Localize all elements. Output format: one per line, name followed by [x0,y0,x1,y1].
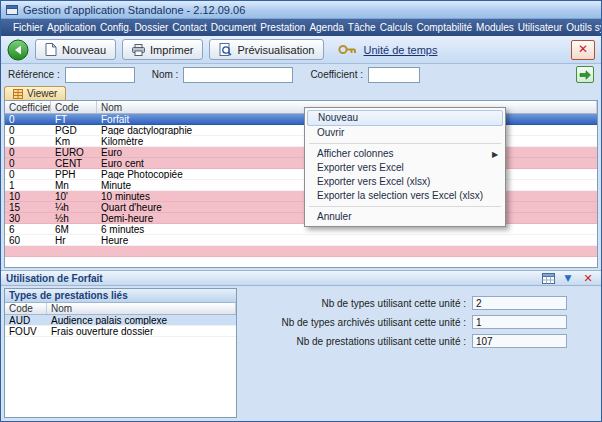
menu-item-modules[interactable]: Modules [474,21,516,34]
table-row-km[interactable]: 0KmKilomètre [5,136,597,147]
menu-item-agenda[interactable]: Agenda [307,21,345,34]
table-row-h[interactable]: 15¼hQuart d'heure [5,202,597,213]
linked-types-panel: Types de prestations liés Code Nom AUDAu… [4,288,237,418]
close-button[interactable]: ✕ [571,40,595,60]
context-menu: NouveauOuvrirAfficher colonnes▶Exporter … [304,107,506,227]
table-row-6m[interactable]: 66M6 minutes [5,224,597,235]
table-body: 0FTForfait0PGDPage dactylographie0KmKilo… [5,114,597,257]
context-menu-item-ouvrir[interactable]: Ouvrir [307,126,503,140]
stat-row: Nb de prestations utilisant cette unité … [247,334,595,348]
cell-code: EURO [51,147,97,157]
stat-row: Nb de types utilisant cette unité :2 [247,296,595,310]
menu-item-outils-systeme[interactable]: Outils système [564,21,602,34]
stat-label: Nb de types utilisant cette unité : [247,298,472,309]
cell-coefficient: 0 [5,147,51,157]
usage-section-body: Types de prestations liés Code Nom AUDAu… [1,286,601,418]
table-row-ft[interactable]: 0FTForfait [5,114,597,125]
menu-item-application[interactable]: Application [45,21,98,34]
column-header-code[interactable]: Code [5,303,47,314]
submenu-arrow-icon: ▶ [492,148,498,162]
table-row-pph[interactable]: 0PPHPage Photocopiée [5,169,597,180]
menu-item-comptabilite[interactable]: Comptabilité [414,21,474,34]
new-document-icon [45,43,57,56]
grid-view-icon[interactable] [540,271,556,285]
cell-code: PGD [51,125,97,135]
stat-value-box: 107 [472,334,567,348]
linked-type-row-fouv[interactable]: FOUVFrais ouverture dossier [5,326,236,337]
imprimer-button[interactable]: Imprimer [122,39,203,60]
context-menu-item-exporter-la-selection-vers-excel-xlsx[interactable]: Exporter la selection vers Excel (xlsx) [307,189,503,203]
tab-row: Viewer [1,85,601,100]
linked-types-body: AUDAudience palais complexeFOUVFrais ouv… [5,315,236,337]
cell-code: CENT [51,158,97,168]
table-row-hr[interactable]: 60HrHeure [5,235,597,246]
table-row-pgd[interactable]: 0PGDPage dactylographie [5,125,597,136]
nom-label: Nom : [152,69,179,80]
apply-filter-button[interactable] [576,66,594,83]
previsualisation-label: Prévisualisation [237,44,314,56]
cell-nom: Audience palais complexe [47,315,236,325]
menu-item-config-dossier[interactable]: Config. Dossier [98,21,170,34]
clear-usage-icon[interactable]: ✕ [580,271,596,285]
stat-value-box: 1 [472,315,567,329]
printer-icon [132,44,145,56]
cell-code: 6M [51,224,97,234]
column-header-coefficient[interactable]: Coefficient [5,101,51,113]
units-table: Coefficient Code Nom 0FTForfait0PGDPage … [4,100,598,268]
menu-item-tache[interactable]: Tâche [346,21,378,34]
nouveau-label: Nouveau [62,44,106,56]
back-button[interactable] [7,39,29,61]
cell-code: Km [51,136,97,146]
table-row-euro[interactable]: 0EUROEuro [5,147,597,158]
menu-bar: FichierApplicationConfig. DossierContact… [1,19,601,36]
coefficient-label: Coefficient : [310,69,363,80]
previsualisation-button[interactable]: Prévisualisation [209,39,324,60]
cell-code: ½h [51,213,97,223]
green-arrow-icon [579,69,591,81]
cell-coefficient: 0 [5,158,51,168]
unite-de-temps-link[interactable]: Unité de temps [363,44,437,56]
column-header-nom[interactable]: Nom [47,303,236,314]
table-row-cent[interactable]: 0CENTEuro cent [5,158,597,169]
tab-viewer[interactable]: Viewer [4,86,66,100]
app-window: Gestion d'application Standalone - 2.12.… [0,0,602,422]
cell-coefficient: 15 [5,202,51,212]
reference-label: Référence : [8,69,60,80]
linked-type-row-aud[interactable]: AUDAudience palais complexe [5,315,236,326]
cell-code: Hr [51,235,97,245]
menu-item-document[interactable]: Document [209,21,259,34]
menu-item-fichier[interactable]: Fichier [11,21,45,34]
column-header-code[interactable]: Code [51,101,97,113]
table-row-h[interactable]: 30½hDemi-heure [5,213,597,224]
context-menu-item-afficher-colonnes[interactable]: Afficher colonnes▶ [307,147,503,161]
table-row-mn[interactable]: 1MnMinute [5,180,597,191]
cell-coefficient: 0 [5,136,51,146]
app-icon [6,4,18,16]
reference-input[interactable] [65,67,135,83]
nom-input[interactable] [183,67,293,83]
cell-code: PPH [51,169,97,179]
cell-code: Mn [51,180,97,190]
menu-separator [309,206,501,207]
menu-item-prestation[interactable]: Prestation [258,21,307,34]
nouveau-button[interactable]: Nouveau [35,39,116,60]
table-row-10[interactable]: 1010'10 minutes [5,191,597,202]
menu-item-utilisateur[interactable]: Utilisateur [516,21,564,34]
collapse-down-arrow-icon[interactable]: ▼ [560,271,576,285]
context-menu-item-nouveau[interactable]: Nouveau [307,110,503,126]
table-row-empty [5,246,597,257]
window-title: Gestion d'application Standalone - 2.12.… [23,4,245,16]
usage-section-header: Utilisation de Forfait ▼ ✕ [1,270,601,286]
usage-stats: Nb de types utilisant cette unité :2Nb d… [237,286,601,348]
context-menu-item-annuler[interactable]: Annuler [307,210,503,224]
coefficient-input[interactable] [368,67,420,83]
viewer-grid-icon [13,89,23,99]
context-menu-item-exporter-vers-excel-xlsx[interactable]: Exporter vers Excel (xlsx) [307,175,503,189]
menu-item-calculs[interactable]: Calculs [378,21,415,34]
stat-row: Nb de types archivés utilisant cette uni… [247,315,595,329]
menu-item-contact[interactable]: Contact [170,21,208,34]
cell-code: FT [51,114,97,124]
context-menu-item-exporter-vers-excel[interactable]: Exporter vers Excel [307,161,503,175]
key-icon[interactable] [338,43,357,56]
cell-coefficient: 0 [5,114,51,124]
